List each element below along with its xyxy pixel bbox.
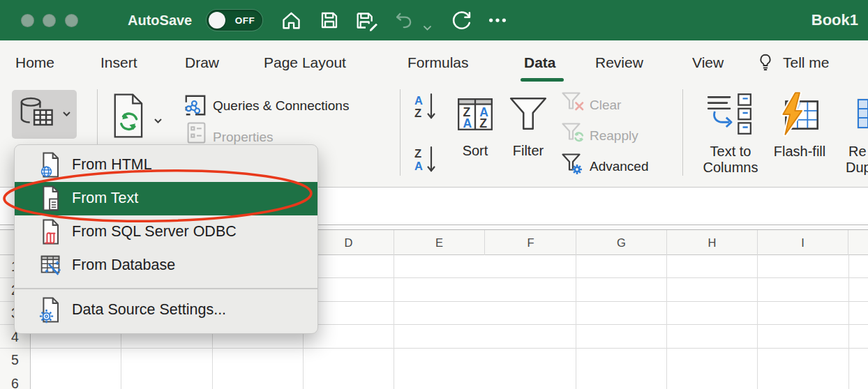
filter-button[interactable] bbox=[507, 94, 550, 137]
excel-window: AutoSave OFF bbox=[0, 0, 868, 389]
advanced-label[interactable]: Advanced bbox=[590, 159, 649, 174]
redo-icon[interactable] bbox=[449, 9, 473, 31]
autosave-state: OFF bbox=[230, 10, 260, 31]
tab-draw[interactable]: Draw bbox=[185, 40, 219, 84]
tab-home[interactable]: Home bbox=[15, 40, 54, 84]
save-icon[interactable] bbox=[318, 9, 341, 31]
lightbulb-icon bbox=[756, 53, 775, 75]
active-tab-underline bbox=[521, 78, 564, 82]
svg-text:A: A bbox=[463, 116, 472, 130]
sort-ascending-button[interactable]: A Z bbox=[414, 92, 436, 121]
menu-item-label: From SQL Server ODBC bbox=[72, 223, 237, 241]
get-data-dropdown-menu: From HTML From Text bbox=[14, 144, 318, 334]
home-icon[interactable] bbox=[280, 9, 303, 31]
chevron-down-icon bbox=[62, 111, 71, 117]
remove-duplicates-button[interactable] bbox=[857, 92, 868, 139]
remove-duplicates-label-line1[interactable]: Re bbox=[848, 144, 868, 160]
group-separator bbox=[682, 89, 683, 176]
column-header-e[interactable]: E bbox=[394, 230, 485, 255]
autosave-label: AutoSave bbox=[128, 0, 192, 40]
letter-a: A bbox=[414, 160, 423, 172]
menu-item-from-database[interactable]: From Database bbox=[15, 248, 317, 282]
window-zoom-button[interactable] bbox=[65, 14, 78, 27]
properties-icon bbox=[187, 122, 206, 146]
tab-review[interactable]: Review bbox=[595, 40, 643, 84]
column-header-j[interactable] bbox=[849, 230, 868, 255]
row-header-6[interactable]: 6 bbox=[0, 372, 30, 389]
arrow-down-icon bbox=[426, 92, 436, 121]
filter-label[interactable]: Filter bbox=[507, 143, 550, 159]
group-separator bbox=[400, 89, 401, 176]
text-to-columns-label-line2[interactable]: Columns bbox=[700, 160, 761, 176]
menu-separator bbox=[15, 288, 317, 289]
save-as-icon[interactable] bbox=[354, 9, 380, 31]
queries-connections-icon[interactable] bbox=[183, 93, 208, 121]
flash-fill-button[interactable] bbox=[776, 92, 823, 139]
advanced-filter-icon[interactable] bbox=[561, 152, 586, 180]
undo-icon bbox=[393, 9, 414, 31]
reapply-filter-icon bbox=[561, 121, 586, 148]
settings-file-icon bbox=[39, 296, 62, 324]
menu-item-from-html[interactable]: From HTML bbox=[15, 148, 317, 182]
menu-item-label: Data Source Settings... bbox=[72, 301, 226, 319]
letter-a: A bbox=[414, 94, 423, 107]
tab-view[interactable]: View bbox=[692, 40, 724, 84]
sort-descending-button[interactable]: Z A bbox=[414, 145, 436, 174]
menu-item-label: From Database bbox=[72, 257, 175, 274]
tab-page-layout[interactable]: Page Layout bbox=[264, 40, 346, 84]
column-header-f[interactable]: F bbox=[486, 230, 576, 255]
svg-text:Z: Z bbox=[479, 116, 487, 130]
reapply-label: Reapply bbox=[590, 128, 638, 144]
text-to-columns-label-line1[interactable]: Text to bbox=[700, 144, 761, 160]
menu-item-from-text[interactable]: From Text bbox=[15, 182, 317, 215]
menu-item-data-source-settings[interactable]: Data Source Settings... bbox=[15, 293, 317, 327]
remove-duplicates-label-line2[interactable]: Dup bbox=[846, 160, 868, 176]
autosave-toggle[interactable]: OFF bbox=[207, 10, 262, 31]
sort-label[interactable]: Sort bbox=[455, 143, 495, 159]
toggle-knob bbox=[209, 12, 225, 29]
letter-z: Z bbox=[414, 147, 423, 160]
database-wand-icon bbox=[39, 251, 62, 279]
get-data-button[interactable] bbox=[12, 90, 77, 139]
html-file-icon bbox=[39, 151, 62, 179]
window-close-button[interactable] bbox=[21, 14, 34, 27]
undo-chevron-icon[interactable] bbox=[423, 17, 432, 39]
menu-item-from-sql-server-odbc[interactable]: From SQL Server ODBC bbox=[15, 215, 317, 249]
workbook-title: Book1 bbox=[811, 0, 858, 40]
column-header-h[interactable]: H bbox=[667, 230, 758, 255]
sort-button[interactable]: Z A A Z bbox=[455, 94, 495, 137]
column-header-g[interactable]: G bbox=[576, 230, 667, 255]
column-header-i[interactable]: I bbox=[758, 230, 848, 255]
refresh-all-button[interactable] bbox=[110, 93, 166, 142]
queries-connections-label[interactable]: Queries & Connections bbox=[213, 98, 349, 114]
tab-tell-me[interactable]: Tell me bbox=[783, 40, 830, 84]
clear-filter-icon bbox=[561, 91, 586, 117]
ribbon-tab-bar: Home Insert Draw Page Layout Formulas Da… bbox=[0, 40, 868, 84]
tab-formulas[interactable]: Formulas bbox=[407, 40, 469, 84]
window-minimize-button[interactable] bbox=[43, 14, 56, 27]
properties-label: Properties bbox=[213, 130, 274, 145]
text-to-columns-button[interactable] bbox=[705, 92, 755, 139]
flash-fill-label[interactable]: Flash-fill bbox=[768, 144, 832, 160]
menu-item-label: From Text bbox=[72, 190, 138, 207]
menu-item-label: From HTML bbox=[72, 156, 152, 174]
text-file-icon bbox=[39, 185, 62, 213]
title-bar: AutoSave OFF bbox=[0, 0, 868, 40]
sql-file-icon bbox=[39, 218, 62, 245]
tab-insert[interactable]: Insert bbox=[100, 40, 137, 84]
more-commands-icon[interactable] bbox=[487, 9, 508, 31]
chevron-down-icon bbox=[154, 118, 163, 124]
clear-label: Clear bbox=[590, 98, 621, 113]
arrow-down-icon bbox=[426, 145, 436, 174]
row-header-5[interactable]: 5 bbox=[0, 349, 30, 372]
letter-z: Z bbox=[414, 107, 423, 119]
